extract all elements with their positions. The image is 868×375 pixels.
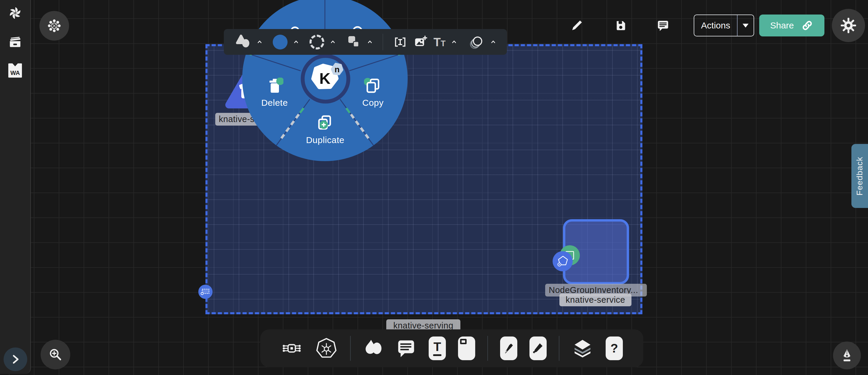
tool-pen[interactable]: [500, 337, 517, 360]
flower-node-icon: [48, 19, 61, 33]
comments-button[interactable]: [656, 19, 670, 32]
expand-sidebar-button[interactable]: [4, 347, 27, 371]
pen-nib-icon: [840, 348, 854, 363]
left-sidebar: WA: [0, 0, 31, 374]
marquee-icon: [201, 288, 210, 296]
chevron-right-icon: [10, 354, 21, 365]
text-style-icon: TT: [433, 36, 445, 48]
group-order-button[interactable]: [346, 34, 361, 50]
pen-mode-button[interactable]: [833, 342, 861, 369]
radial-item-copy[interactable]: Copy: [353, 78, 393, 108]
text-tool-icon: T: [429, 337, 446, 360]
opacity-button[interactable]: [469, 34, 485, 50]
actions-label: Actions: [694, 21, 737, 31]
toolbar-divider: [350, 336, 351, 361]
tool-kubernetes[interactable]: [315, 337, 338, 360]
resize-width-icon: [393, 35, 407, 49]
add-image-button[interactable]: [413, 35, 428, 49]
save-icon: [614, 19, 627, 32]
toolbar-divider: [487, 336, 488, 361]
tool-comment[interactable]: [396, 338, 416, 359]
border-style-button[interactable]: [309, 35, 324, 49]
radial-item-duplicate[interactable]: Duplicate: [306, 115, 345, 145]
feedback-label: Feedback: [855, 157, 864, 196]
webassembly-icon: WA: [8, 63, 22, 78]
selection-handle[interactable]: [198, 285, 213, 299]
layers-icon: [571, 337, 593, 359]
knative-badge-letter: n: [334, 65, 339, 74]
tool-marker[interactable]: [529, 337, 547, 360]
sidebar-item-logo[interactable]: [7, 5, 23, 21]
stacked-circles-icon: [469, 34, 485, 50]
chevron-up-icon[interactable]: [257, 38, 262, 46]
gear-icon: [840, 17, 857, 34]
kubernetes-helm-icon: [315, 337, 338, 360]
resize-width-button[interactable]: [393, 35, 407, 49]
circuit-icon: [281, 337, 303, 359]
tool-shapes[interactable]: [363, 338, 383, 359]
feedback-tab[interactable]: Feedback: [851, 144, 868, 208]
magnifier-plus-icon: [48, 347, 63, 362]
save-button[interactable]: [614, 19, 627, 32]
tool-frame[interactable]: [458, 337, 475, 360]
help-icon: ?: [606, 337, 623, 360]
toolbar-divider: [559, 336, 559, 361]
radial-item-label: Delete: [261, 98, 288, 108]
chevron-up-icon[interactable]: [330, 38, 335, 46]
radial-item-label: Copy: [362, 98, 383, 108]
fill-color-button[interactable]: [273, 35, 287, 49]
app-root: knative-s NodeGroupInventory... knative-…: [0, 0, 868, 375]
knative-pentagon-icon[interactable]: [553, 251, 573, 271]
chevron-up-icon[interactable]: [452, 38, 457, 46]
caret-down-icon: [743, 24, 748, 28]
tool-layers[interactable]: [571, 337, 593, 359]
sidebar-item-archive[interactable]: [7, 34, 23, 49]
chevron-up-icon[interactable]: [367, 38, 372, 46]
node-picker-button[interactable]: [39, 11, 69, 41]
comment-icon: [396, 338, 416, 359]
toolbar-divider: [383, 34, 383, 50]
share-button[interactable]: Share: [759, 14, 825, 36]
share-label: Share: [770, 21, 794, 31]
shapes-icon: [235, 34, 251, 50]
radial-item-label: Duplicate: [306, 135, 344, 145]
bottom-toolbar: T: [260, 329, 643, 367]
pen-tool-icon: [500, 337, 517, 360]
image-add-icon: [413, 35, 428, 49]
zoom-in-button[interactable]: [41, 340, 70, 369]
k8s-letter: K: [319, 70, 331, 87]
format-toolbar: TT: [224, 29, 507, 55]
link-icon: [801, 19, 813, 32]
trash-icon: [266, 78, 283, 95]
edit-button[interactable]: [570, 19, 583, 32]
chevron-up-icon[interactable]: [293, 38, 299, 46]
tool-help[interactable]: ?: [606, 337, 623, 360]
marker-tool-icon: [529, 337, 547, 360]
text-style-button[interactable]: TT: [433, 36, 445, 48]
duplicate-icon: [316, 115, 334, 133]
color-swatch-icon: [273, 35, 287, 49]
dashed-circle-icon: [309, 35, 324, 49]
settings-button[interactable]: [832, 9, 865, 42]
shapes-icon: [363, 338, 383, 359]
actions-split-button[interactable]: Actions: [694, 14, 754, 36]
frame-tool-icon: [458, 337, 475, 360]
archive-icon: [8, 34, 22, 48]
chevron-up-icon[interactable]: [491, 38, 496, 46]
group-icon: [346, 34, 361, 50]
tool-text[interactable]: T: [429, 337, 446, 360]
comment-icon: [656, 19, 670, 32]
shape-style-button[interactable]: [235, 34, 251, 50]
pencil-icon: [570, 19, 583, 32]
radial-item-delete[interactable]: Delete: [255, 78, 294, 108]
label-knative-service: knative-service: [559, 294, 631, 306]
sidebar-item-webassembly[interactable]: WA: [7, 63, 23, 78]
copy-icon: [364, 78, 382, 95]
pinwheel-logo-icon: [8, 6, 23, 21]
tool-diagram[interactable]: [281, 337, 303, 359]
actions-dropdown[interactable]: [738, 24, 753, 28]
